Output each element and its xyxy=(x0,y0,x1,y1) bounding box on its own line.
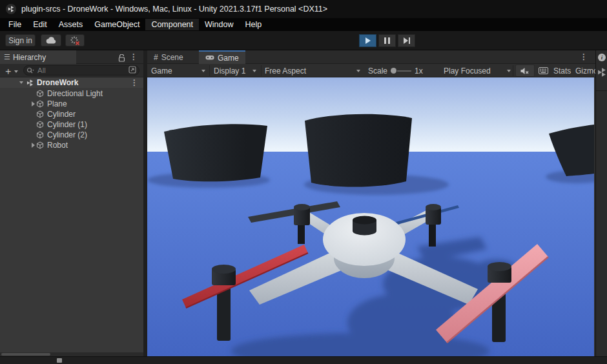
status-bar xyxy=(0,356,607,364)
mute-audio-button[interactable] xyxy=(515,65,535,77)
drone-top-cap xyxy=(353,216,376,225)
play-controls xyxy=(359,34,415,47)
collab-error-icon xyxy=(70,36,80,45)
unity-editor-window: plugin-srcs - DroneWork - Windows, Mac, … xyxy=(0,0,607,364)
scale-value: 1x xyxy=(415,66,423,76)
chevron-down-icon xyxy=(252,70,256,72)
game-panel-menu-icon[interactable]: ⋮ xyxy=(580,53,588,61)
gameobject-cube-icon xyxy=(36,121,44,128)
view-tab-bar: # Scene Game ⋮ xyxy=(147,50,595,64)
stats-button[interactable]: Stats xyxy=(553,64,571,77)
menu-help[interactable]: Help xyxy=(239,19,267,30)
scene-menu-icon[interactable]: ⋮ xyxy=(130,79,138,86)
gizmos-dropdown[interactable]: Gizmos xyxy=(575,64,595,77)
hierarchy-search-field[interactable] xyxy=(23,65,139,76)
scene-grid-icon: # xyxy=(154,53,158,62)
tab-hierarchy[interactable]: ☰ Hierarchy xyxy=(0,50,76,64)
unity-logo-icon xyxy=(6,4,16,14)
expand-caret-icon[interactable] xyxy=(32,101,35,106)
title-bar[interactable]: plugin-srcs - DroneWork - Windows, Mac, … xyxy=(0,0,607,18)
cylinder-center xyxy=(305,114,412,187)
display-target-dropdown[interactable]: Game xyxy=(151,64,205,77)
cylinder-left xyxy=(164,124,267,181)
cloud-icon xyxy=(46,37,56,44)
chevron-down-icon xyxy=(356,70,360,72)
window-picker-icon[interactable] xyxy=(129,65,136,76)
chevron-down-icon xyxy=(507,70,511,72)
tab-game[interactable]: Game xyxy=(199,50,245,64)
scrollbar-thumb[interactable] xyxy=(1,353,50,356)
gameobject-cube-icon xyxy=(36,110,44,118)
hierarchy-search-row: ＋ xyxy=(0,64,143,77)
sign-in-button[interactable]: Sign in xyxy=(5,34,36,46)
menu-component[interactable]: Component xyxy=(145,19,199,30)
collapse-caret-icon[interactable] xyxy=(19,81,23,84)
menu-assets[interactable]: Assets xyxy=(53,19,89,30)
hierarchy-list-icon: ☰ xyxy=(4,53,10,61)
inspector-collapsed-strip: i xyxy=(595,50,607,356)
menu-file[interactable]: File xyxy=(3,19,27,30)
gameobject-cube-icon xyxy=(36,100,44,108)
mute-audio-icon xyxy=(520,67,530,75)
game-viewport[interactable] xyxy=(147,77,594,356)
scene-name: DroneWork xyxy=(37,78,78,87)
menu-window[interactable]: Window xyxy=(199,19,239,30)
hierarchy-item-cylinder[interactable]: Cylinder xyxy=(0,109,143,119)
chevron-down-icon xyxy=(14,70,18,73)
scene-tab-label: Scene xyxy=(161,53,183,62)
add-object-button[interactable]: ＋ xyxy=(3,65,18,77)
slider-handle[interactable] xyxy=(391,68,396,74)
menu-edit[interactable]: Edit xyxy=(27,19,53,30)
unity-package-icon[interactable] xyxy=(597,67,607,80)
game-tab-label: Game xyxy=(218,54,239,63)
game-render xyxy=(147,77,594,356)
hierarchy-panel: ☰ Hierarchy ⋮ ＋ DroneWork ⋮ xyxy=(0,50,143,356)
search-icon xyxy=(26,67,34,74)
menu-bar: File Edit Assets GameObject Component Wi… xyxy=(0,18,607,31)
hierarchy-item-cylinder-2[interactable]: Cylinder (2) xyxy=(0,130,143,140)
game-view-toolbar: Game Display 1 Free Aspect Scale 1x Play… xyxy=(147,64,595,77)
hierarchy-tree: DroneWork ⋮ Directional Light Plane Cyli… xyxy=(0,77,143,352)
search-input[interactable] xyxy=(36,66,127,75)
strip-divider xyxy=(596,90,607,91)
game-panel: # Scene Game ⋮ Game Display 1 Free Aspec… xyxy=(147,50,595,356)
keyboard-icon xyxy=(539,67,548,74)
window-title: plugin-srcs - DroneWork - Windows, Mac, … xyxy=(21,5,327,14)
hierarchy-item-directional-light[interactable]: Directional Light xyxy=(0,88,143,99)
hierarchy-tab-label: Hierarchy xyxy=(13,53,46,62)
hierarchy-item-cylinder-1[interactable]: Cylinder (1) xyxy=(0,119,143,130)
gameobject-cube-icon xyxy=(36,90,44,97)
hierarchy-menu-icon[interactable]: ⋮ xyxy=(130,53,138,61)
cloud-button[interactable] xyxy=(41,34,61,46)
chevron-down-icon xyxy=(201,70,205,72)
gameobject-cube-icon xyxy=(36,131,44,139)
play-icon xyxy=(365,37,371,44)
menu-gameobject[interactable]: GameObject xyxy=(88,19,145,30)
info-icon[interactable]: i xyxy=(598,54,606,61)
scale-slider[interactable]: Scale 1x xyxy=(368,64,423,77)
slider-track[interactable] xyxy=(397,70,411,72)
aspect-dropdown[interactable]: Free Aspect xyxy=(265,64,360,77)
collab-error-button[interactable] xyxy=(65,34,85,46)
main-toolbar: Sign in xyxy=(0,31,607,50)
pause-icon xyxy=(384,37,390,44)
tab-scene[interactable]: # Scene xyxy=(147,50,190,64)
step-button[interactable] xyxy=(398,34,415,47)
hierarchy-item-robot[interactable]: Robot xyxy=(0,140,143,150)
expand-caret-icon[interactable] xyxy=(32,143,35,148)
focus-mode-dropdown[interactable]: Play Focused xyxy=(444,64,511,77)
scene-row-dronework[interactable]: DroneWork ⋮ xyxy=(0,77,143,88)
hierarchy-item-plane[interactable]: Plane xyxy=(0,99,143,109)
vsync-keyboard-button[interactable] xyxy=(539,64,548,77)
gamepad-icon xyxy=(205,55,214,61)
unity-scene-icon xyxy=(26,79,34,87)
gameobject-cube-icon xyxy=(36,141,44,149)
pause-button[interactable] xyxy=(378,34,396,47)
hierarchy-tab-bar: ☰ Hierarchy ⋮ xyxy=(0,50,143,64)
step-icon xyxy=(404,37,410,44)
console-status-icon[interactable] xyxy=(57,358,62,363)
display-dropdown[interactable]: Display 1 xyxy=(214,64,256,77)
lock-icon[interactable] xyxy=(118,53,125,65)
play-button[interactable] xyxy=(359,34,376,47)
